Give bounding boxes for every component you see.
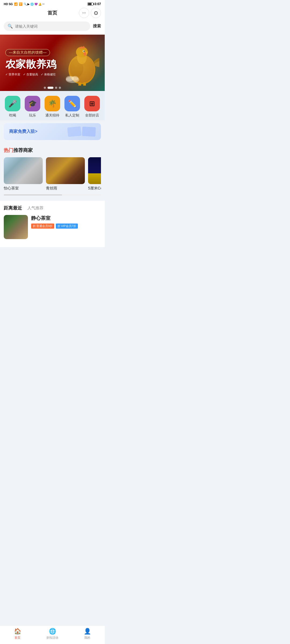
teahouse-image <box>4 157 43 184</box>
list-item-1[interactable]: 静心茶室 折 普通会员9折 折 VIP会员7折 <box>4 215 101 239</box>
status-bar: HD 5G 📶 🛜 🔍 ▶ 🌐 💜 🔔 ··· 3:07 <box>0 0 105 7</box>
category-eat-drink[interactable]: 🎤 吃喝 <box>5 96 20 118</box>
more-button[interactable]: ··· <box>79 8 89 18</box>
app-icons: 🔍 ▶ 🌐 💜 🔔 ··· <box>24 3 45 6</box>
banner-dot-1[interactable] <box>44 87 46 89</box>
category-pass-invite[interactable]: 🌴 通关招待 <box>45 96 60 118</box>
banner-subtitle: —来自大自然的馈赠— <box>5 49 50 56</box>
banner-tag-2: 含量较高 <box>23 72 38 76</box>
pass-invite-icon: 🌴 <box>45 96 60 111</box>
banner-content: —来自大自然的馈赠— 农家散养鸡 营养丰富 含量较高 体格健壮 <box>0 35 105 91</box>
banner-tag-3: 体格健壮 <box>41 72 56 76</box>
hot-merchants-list: 怡心茶室 青丝雨 5M coffee <box>4 157 101 192</box>
list-item-tags-1: 折 普通会员9折 折 VIP会员7折 <box>31 224 101 229</box>
hot-merchants-title: 热门推荐商家 <box>4 147 101 153</box>
banner-dot-4[interactable] <box>59 87 61 89</box>
page-title: 首页 <box>48 10 57 16</box>
tag-text-blue: VIP会员7折 <box>61 224 76 228</box>
search-input[interactable] <box>15 24 86 28</box>
category-play[interactable]: 🎓 玩乐 <box>25 96 40 118</box>
status-right: 3:07 <box>88 2 101 6</box>
battery-icon <box>88 2 93 6</box>
list-item-info-1: 静心茶室 折 普通会员9折 折 VIP会员7折 <box>31 215 101 239</box>
pass-invite-label: 通关招待 <box>45 113 59 118</box>
category-custom[interactable]: ✏️ 私人定制 <box>64 96 80 118</box>
banner-dots <box>44 87 61 89</box>
play-label: 玩乐 <box>29 113 36 118</box>
category-all-shops[interactable]: ⊞ 全部好店 <box>84 96 100 118</box>
categories: 🎤 吃喝 🎓 玩乐 🌴 通关招待 ✏️ 私人定制 ⊞ 全部好店 <box>0 91 105 120</box>
merchant-banner-deco <box>68 127 96 136</box>
banner-tag-1: 营养丰富 <box>5 72 20 76</box>
scroll-indicator <box>4 195 101 195</box>
all-shops-label: 全部好店 <box>85 113 99 118</box>
wifi-icon: 🛜 <box>19 2 23 6</box>
all-shops-icon: ⊞ <box>84 96 100 111</box>
header-actions: ··· ⊙ <box>79 8 101 18</box>
forest-image <box>4 215 28 239</box>
scan-button[interactable]: ⊙ <box>91 8 101 18</box>
merchant-entry-banner[interactable]: 商家免费入驻> <box>4 123 101 140</box>
title-hot: 热门 <box>4 148 13 153</box>
tab-popular[interactable]: 人气推荐 <box>27 206 44 211</box>
tag-prefix-orange: 折 <box>33 224 36 228</box>
eat-drink-icon: 🎤 <box>5 96 20 111</box>
banner-dot-3[interactable] <box>55 87 57 89</box>
banner-text-area: —来自大自然的馈赠— 农家散养鸡 营养丰富 含量较高 体格健壮 <box>5 49 64 77</box>
header: 首页 ··· ⊙ <box>0 7 105 19</box>
signal-icon: 📶 <box>14 2 18 6</box>
coffee-image: 5M coffee <box>88 157 101 184</box>
merchant-img-1 <box>4 157 43 184</box>
search-input-wrap[interactable]: 🔍 <box>4 21 90 31</box>
restaurant-image <box>46 157 85 184</box>
merchant-name-2: 青丝雨 <box>46 186 57 190</box>
list-item-name-1: 静心茶室 <box>31 215 101 221</box>
merchant-img-2 <box>46 157 85 184</box>
custom-icon: ✏️ <box>64 96 80 111</box>
title-normal: 推荐商家 <box>13 148 33 153</box>
nearby-section: 距离最近 人气推荐 静心茶室 折 普通会员9折 折 VIP会员7折 <box>0 201 105 247</box>
merchant-card-3[interactable]: 5M coffee 5厘米Coffee <box>88 157 101 191</box>
hd-label: HD 5G <box>4 2 13 6</box>
merchant-name-1: 怡心茶室 <box>4 186 19 190</box>
nearby-tabs: 距离最近 人气推荐 <box>4 205 101 211</box>
custom-label: 私人定制 <box>65 113 79 118</box>
merchant-card-1[interactable]: 怡心茶室 <box>4 157 43 191</box>
merchant-card-2[interactable]: 青丝雨 <box>46 157 85 191</box>
search-button[interactable]: 搜索 <box>93 24 101 29</box>
bottom-padding <box>0 247 105 269</box>
tab-nearest[interactable]: 距离最近 <box>4 205 22 211</box>
search-bar: 🔍 搜索 <box>0 19 105 35</box>
hot-merchants-section: 热门推荐商家 怡心茶室 青丝雨 5M <box>0 143 105 198</box>
play-icon: 🎓 <box>25 96 40 111</box>
status-left: HD 5G 📶 🛜 🔍 ▶ 🌐 💜 🔔 ··· <box>4 2 45 6</box>
time-display: 3:07 <box>95 2 101 6</box>
banner-title: 农家散养鸡 <box>5 59 64 70</box>
merchant-name-3: 5厘米Coffee <box>88 186 101 190</box>
tag-vip-discount: 折 VIP会员7折 <box>56 224 78 229</box>
eat-drink-label: 吃喝 <box>9 113 16 118</box>
tag-member-discount: 折 普通会员9折 <box>31 224 54 229</box>
banner[interactable]: —来自大自然的馈赠— 农家散养鸡 营养丰富 含量较高 体格健壮 <box>0 35 105 91</box>
search-icon: 🔍 <box>8 24 13 29</box>
list-item-img-1 <box>4 215 28 239</box>
banner-dot-2[interactable] <box>48 87 53 89</box>
tag-prefix-blue: 折 <box>57 224 60 228</box>
merchant-banner-text: 商家免费入驻> <box>9 129 37 134</box>
tag-text-orange: 普通会员9折 <box>36 224 53 228</box>
merchant-img-3: 5M coffee <box>88 157 101 184</box>
banner-tags: 营养丰富 含量较高 体格健壮 <box>5 72 64 76</box>
